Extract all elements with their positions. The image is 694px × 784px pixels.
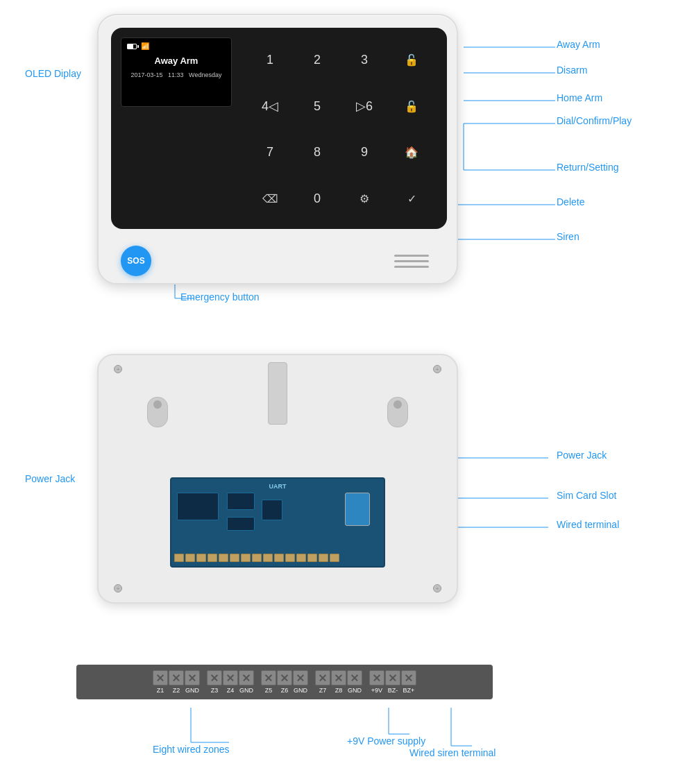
pcb-pin (241, 554, 251, 562)
pcb-pin (252, 554, 262, 562)
terminal-screw[interactable] (277, 670, 292, 685)
annotation-away-arm: Away Arm (557, 39, 600, 50)
terminal-group-3: Z5 Z6 GND (261, 670, 308, 694)
annotation-power-jack-right: Power Jack (557, 450, 607, 461)
terminal-block-bz+: BZ+ (401, 670, 416, 694)
key-disarm[interactable]: 🔓 (396, 91, 427, 121)
annotation-sim-card: Sim Card Slot (557, 490, 616, 501)
back-panel: UART (97, 354, 458, 604)
sos-button[interactable]: SOS (121, 246, 151, 276)
terminal-screw[interactable] (293, 670, 308, 685)
annotation-wired-terminal: Wired terminal (557, 519, 619, 530)
terminal-screw[interactable] (385, 670, 400, 685)
terminal-label-z6: Z6 (281, 687, 289, 694)
terminal-label-z8: Z8 (335, 687, 343, 694)
annotation-disarm: Disarm (557, 65, 587, 76)
annotation-home-arm: Home Arm (557, 92, 602, 103)
terminal-screw[interactable] (401, 670, 416, 685)
pcb-pin (263, 554, 273, 562)
pcb-pin (330, 554, 339, 562)
key-confirm[interactable]: ✓ (396, 184, 427, 214)
terminal-block-bz-: BZ- (385, 670, 400, 694)
key-8[interactable]: 8 (302, 137, 332, 168)
terminal-screw[interactable] (185, 670, 200, 685)
pcb-pin (319, 554, 328, 562)
terminal-screw[interactable] (315, 670, 330, 685)
terminal-label-z4: Z4 (227, 687, 235, 694)
terminal-label-gnd4: GND (348, 687, 362, 694)
key-away-arm[interactable]: 🔓 (396, 44, 427, 75)
oled-status-text: Away Arm (127, 56, 226, 66)
pcb-chip-4 (262, 500, 282, 520)
pcb-connector-row (174, 554, 339, 562)
key-4[interactable]: 4◁ (255, 91, 285, 121)
key-setting[interactable]: ⚙ (349, 184, 380, 214)
pcb-pin (285, 554, 295, 562)
key-delete[interactable]: ⌫ (255, 184, 285, 214)
terminal-block-z4: Z4 (223, 670, 238, 694)
terminal-screw[interactable] (331, 670, 346, 685)
terminal-screw[interactable] (153, 670, 168, 685)
annotation-return-setting: Return/Setting (557, 162, 619, 173)
terminal-screw[interactable] (207, 670, 222, 685)
annotation-siren: Siren (557, 231, 579, 242)
terminal-block-z3: Z3 (207, 670, 222, 694)
key-home-arm[interactable]: 🏠 (396, 137, 427, 168)
terminal-block-9v: +9V (369, 670, 384, 694)
terminal-label-z2: Z2 (173, 687, 180, 694)
terminal-label-gnd1: GND (185, 687, 199, 694)
terminal-block-z5: Z5 (261, 670, 276, 694)
key-6[interactable]: ▷6 (349, 91, 380, 121)
pcb-pin (174, 554, 184, 562)
pcb-pin (208, 554, 217, 562)
terminal-label-z3: Z3 (211, 687, 219, 694)
key-3[interactable]: 3 (349, 44, 380, 75)
terminal-label-bz+: BZ+ (403, 687, 415, 694)
key-1[interactable]: 1 (255, 44, 285, 75)
annotation-power-supply: +9V Power supply (347, 735, 425, 747)
annotation-power-jack-left: Power Jack (25, 473, 75, 484)
terminal-screw[interactable] (347, 670, 362, 685)
terminal-block-z2: Z2 (169, 670, 184, 694)
terminal-label-bz-: BZ- (388, 687, 398, 694)
terminal-label-gnd2: GND (239, 687, 253, 694)
mount-slot-right (387, 397, 408, 427)
key-5[interactable]: 5 (302, 91, 332, 121)
pcb-sim-slot (345, 493, 370, 526)
front-panel-container: 📶 Away Arm 2017-03-15 11:33 Wednesday 1 … (97, 14, 458, 305)
terminal-block-z8: Z8 (331, 670, 346, 694)
terminal-strip: Z1 Z2 GND Z3 Z4 GND (76, 665, 493, 699)
pcb-chip-main (177, 493, 219, 520)
terminal-screw[interactable] (169, 670, 184, 685)
annotation-oled: OLED Diplay (25, 68, 81, 79)
key-9[interactable]: 9 (349, 137, 380, 168)
terminal-container: Z1 Z2 GND Z3 Z4 GND (76, 665, 493, 699)
key-2[interactable]: 2 (302, 44, 332, 75)
terminal-screw[interactable] (369, 670, 384, 685)
terminal-label-z5: Z5 (265, 687, 273, 694)
pcb-pin (274, 554, 284, 562)
pcb-pin (296, 554, 306, 562)
screw-tl (114, 365, 122, 373)
terminal-screw[interactable] (239, 670, 254, 685)
screw-bl (114, 584, 122, 593)
pcb-pin (185, 554, 195, 562)
pcb-board: UART (170, 477, 385, 568)
pcb-pin (307, 554, 317, 562)
key-7[interactable]: 7 (255, 137, 285, 168)
battery-icon (127, 44, 137, 49)
terminal-label-z7: Z7 (319, 687, 327, 694)
terminal-group-1: Z1 Z2 GND (153, 670, 200, 694)
wifi-icon: 📶 (141, 42, 149, 50)
terminal-screw[interactable] (223, 670, 238, 685)
pcb-pin (196, 554, 206, 562)
back-panel-container: UART (97, 354, 458, 617)
terminal-block-z1: Z1 (153, 670, 168, 694)
annotation-eight-zones: Eight wired zones (153, 744, 230, 755)
terminal-screw[interactable] (261, 670, 276, 685)
terminal-block-z6: Z6 (277, 670, 292, 694)
annotation-dial-confirm: Dial/Confirm/Play (557, 115, 632, 126)
terminal-block-gnd2: GND (239, 670, 254, 694)
terminal-group-4: Z7 Z8 GND (315, 670, 362, 694)
key-0[interactable]: 0 (302, 184, 332, 214)
